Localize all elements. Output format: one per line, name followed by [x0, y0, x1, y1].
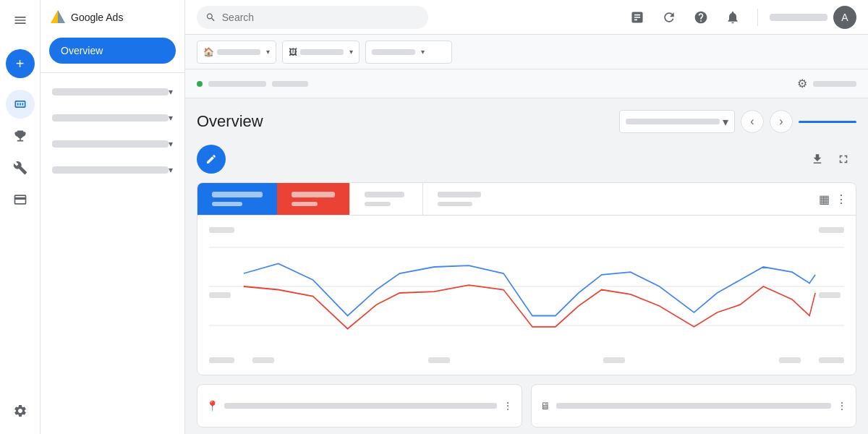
sidebar-item-3[interactable]: ▾ [41, 157, 184, 183]
billing-nav-icon[interactable] [6, 185, 35, 214]
filter-label-3 [372, 49, 415, 55]
sidebar-label-3 [52, 166, 169, 174]
search-input[interactable] [222, 12, 420, 23]
chart-svg [209, 221, 844, 352]
metric-tabs: ▦ ⋮ [197, 183, 856, 216]
create-button[interactable]: + [6, 49, 35, 78]
bottom-card-1: 📍 ⋮ [197, 384, 522, 427]
sidebar: Google Ads Overview ▾ ▾ ▾ ▾ [41, 0, 185, 434]
image-icon: 🖼 [289, 47, 297, 57]
avatar[interactable]: A [833, 6, 856, 29]
filter-chevron-1: ▾ [266, 48, 270, 56]
chevron-icon-2: ▾ [169, 139, 173, 149]
expand-button[interactable] [830, 146, 856, 172]
bottom-card-2: 🖥 ⋮ [531, 384, 856, 427]
topbar-icons: A [624, 4, 856, 30]
tab4-line2 [438, 202, 472, 206]
y-label-2 [209, 292, 231, 298]
overview-dropdown[interactable]: ▾ [619, 110, 735, 133]
icon-bar: + [0, 0, 41, 434]
action-bar [197, 145, 856, 174]
chart-more-icon[interactable]: ⋮ [835, 192, 847, 206]
account-label [770, 14, 827, 21]
overview-chevron: ▾ [723, 115, 728, 129]
nav-prev-button[interactable]: ‹ [741, 110, 764, 133]
main-area: A 🏠 ▾ 🖼 ▾ ▾ ⚙ Overview [185, 0, 868, 434]
sidebar-item-overview[interactable]: Overview [49, 38, 176, 64]
sidebar-item-2[interactable]: ▾ [41, 131, 184, 157]
metric-tab-4[interactable] [423, 183, 510, 215]
analytics-button[interactable] [624, 4, 650, 30]
chart-card: ▦ ⋮ [197, 182, 856, 375]
refresh-button[interactable] [656, 4, 682, 30]
filter-chevron-2: ▾ [349, 48, 353, 56]
filter-chevron-3: ▾ [421, 48, 425, 56]
tools-nav-icon[interactable] [6, 153, 35, 182]
goals-nav-icon[interactable] [6, 122, 35, 150]
download-button[interactable] [804, 146, 830, 172]
settings-icon[interactable]: ⚙ [797, 77, 807, 90]
status-dot [197, 81, 203, 87]
help-button[interactable] [688, 4, 714, 30]
chart-type-icon[interactable]: ▦ [819, 192, 830, 206]
svg-marker-1 [58, 10, 65, 23]
sub-label-1 [208, 81, 266, 87]
active-indicator [799, 121, 856, 123]
metric-tab-2[interactable] [277, 183, 349, 215]
topbar-divider [757, 9, 758, 26]
search-bar[interactable] [197, 6, 428, 29]
filter-dropdown-2[interactable]: 🖼 ▾ [282, 41, 359, 64]
tab3-line2 [365, 202, 391, 206]
tab2-line1 [292, 192, 335, 197]
filter-dropdown-1[interactable]: 🏠 ▾ [197, 41, 276, 64]
metric-tab-1[interactable] [197, 183, 277, 215]
x-label-1 [252, 357, 274, 363]
y-label-right-1 [819, 227, 844, 233]
x-label-4 [779, 357, 801, 363]
sub-label-2 [272, 81, 308, 87]
edit-button[interactable] [197, 145, 226, 174]
overview-header: Overview ▾ ‹ › [197, 110, 856, 133]
overview-controls: ▾ ‹ › [619, 110, 856, 133]
tab2-line2 [292, 202, 318, 206]
overview-label: Overview [61, 45, 103, 56]
bottom-card-label-2 [556, 403, 831, 409]
campaigns-nav-icon[interactable] [6, 90, 35, 119]
notifications-button[interactable] [720, 4, 746, 30]
nav-next-button[interactable]: › [770, 110, 793, 133]
y-axis-left [209, 227, 234, 363]
monitor-icon: 🖥 [540, 400, 550, 412]
chevron-icon-campaigns: ▾ [169, 113, 173, 123]
more-button-1[interactable]: ⋮ [503, 400, 513, 412]
bottom-cards: 📍 ⋮ 🖥 ⋮ [197, 384, 856, 427]
tab1-line1 [212, 192, 263, 197]
search-icon [205, 12, 216, 23]
more-button-2[interactable]: ⋮ [837, 400, 847, 412]
sidebar-item-1[interactable]: ▾ [41, 79, 184, 105]
sidebar-divider [41, 72, 184, 73]
app-name: Google Ads [71, 12, 123, 23]
sidebar-item-campaigns[interactable]: ▾ [41, 105, 184, 131]
filter-dropdown-3[interactable]: ▾ [365, 41, 452, 64]
page-title: Overview [197, 112, 619, 131]
x-axis-labels [209, 357, 844, 363]
y-label-3 [209, 357, 234, 363]
metric-tab-3[interactable] [350, 183, 422, 215]
y-label-1 [209, 227, 234, 233]
y-label-right-2 [819, 292, 841, 298]
tab3-line1 [365, 192, 404, 197]
bottom-card-label-1 [224, 403, 497, 409]
chevron-icon-1: ▾ [169, 87, 173, 97]
pin-icon: 📍 [206, 400, 218, 412]
logo: Google Ads [49, 9, 123, 26]
date-range-label [813, 81, 856, 87]
x-label-3 [603, 357, 625, 363]
menu-button[interactable] [6, 6, 35, 35]
campaigns-label [52, 114, 169, 122]
x-label-2 [428, 357, 450, 363]
sidebar-header: Google Ads [41, 0, 184, 35]
sidebar-label-2 [52, 140, 169, 148]
filter-label-1 [217, 49, 260, 55]
y-label-right-3 [819, 357, 844, 363]
settings-nav-icon[interactable] [6, 396, 35, 425]
